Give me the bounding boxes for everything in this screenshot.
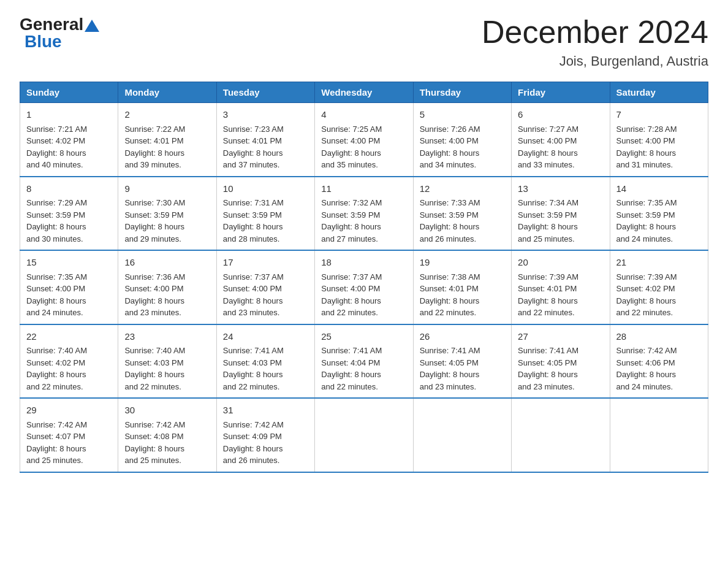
day-cell: 14 Sunrise: 7:35 AMSunset: 3:59 PMDaylig… — [610, 177, 708, 251]
day-info: Sunrise: 7:40 AMSunset: 4:02 PMDaylight:… — [26, 346, 87, 391]
day-cell — [512, 398, 610, 472]
day-cell: 9 Sunrise: 7:30 AMSunset: 3:59 PMDayligh… — [118, 177, 216, 251]
day-cell: 18 Sunrise: 7:37 AMSunset: 4:00 PMDaylig… — [315, 250, 413, 324]
day-cell: 30 Sunrise: 7:42 AMSunset: 4:08 PMDaylig… — [118, 398, 216, 472]
day-cell: 19 Sunrise: 7:38 AMSunset: 4:01 PMDaylig… — [413, 250, 511, 324]
day-cell: 27 Sunrise: 7:41 AMSunset: 4:05 PMDaylig… — [512, 324, 610, 399]
day-number: 24 — [223, 330, 308, 344]
day-cell: 3 Sunrise: 7:23 AMSunset: 4:01 PMDayligh… — [216, 103, 314, 177]
day-cell: 31 Sunrise: 7:42 AMSunset: 4:09 PMDaylig… — [216, 398, 314, 472]
col-header-wednesday: Wednesday — [315, 82, 413, 103]
calendar-header: SundayMondayTuesdayWednesdayThursdayFrid… — [20, 82, 708, 103]
day-number: 27 — [518, 330, 603, 344]
day-info: Sunrise: 7:38 AMSunset: 4:01 PMDaylight:… — [420, 272, 480, 318]
day-cell: 8 Sunrise: 7:29 AMSunset: 3:59 PMDayligh… — [20, 177, 118, 251]
day-number: 20 — [518, 256, 603, 270]
day-number: 1 — [26, 108, 112, 122]
day-info: Sunrise: 7:39 AMSunset: 4:01 PMDaylight:… — [518, 272, 578, 318]
logo-triangle-icon — [85, 20, 99, 32]
day-number: 12 — [420, 182, 505, 196]
day-cell: 28 Sunrise: 7:42 AMSunset: 4:06 PMDaylig… — [610, 324, 708, 399]
day-cell: 17 Sunrise: 7:37 AMSunset: 4:00 PMDaylig… — [216, 250, 314, 324]
day-cell — [413, 398, 511, 472]
week-row-1: 1 Sunrise: 7:21 AMSunset: 4:02 PMDayligh… — [20, 103, 708, 177]
day-cell: 12 Sunrise: 7:33 AMSunset: 3:59 PMDaylig… — [413, 177, 511, 251]
day-info: Sunrise: 7:42 AMSunset: 4:09 PMDaylight:… — [223, 420, 284, 465]
col-header-tuesday: Tuesday — [216, 82, 314, 103]
day-number: 3 — [223, 108, 308, 122]
day-cell: 4 Sunrise: 7:25 AMSunset: 4:00 PMDayligh… — [315, 103, 413, 177]
day-cell: 23 Sunrise: 7:40 AMSunset: 4:03 PMDaylig… — [118, 324, 216, 399]
day-number: 9 — [124, 182, 210, 196]
day-info: Sunrise: 7:28 AMSunset: 4:00 PMDaylight:… — [616, 124, 677, 170]
day-info: Sunrise: 7:25 AMSunset: 4:00 PMDaylight:… — [321, 124, 382, 170]
location-title: Jois, Burgenland, Austria — [482, 53, 708, 69]
day-number: 7 — [616, 108, 702, 122]
day-info: Sunrise: 7:33 AMSunset: 3:59 PMDaylight:… — [420, 198, 480, 243]
day-cell: 26 Sunrise: 7:41 AMSunset: 4:05 PMDaylig… — [413, 324, 511, 399]
day-number: 2 — [124, 108, 210, 122]
calendar-table: SundayMondayTuesdayWednesdayThursdayFrid… — [20, 82, 708, 473]
day-info: Sunrise: 7:32 AMSunset: 3:59 PMDaylight:… — [321, 198, 382, 243]
day-number: 6 — [518, 108, 603, 122]
day-number: 17 — [223, 256, 308, 270]
day-info: Sunrise: 7:41 AMSunset: 4:03 PMDaylight:… — [223, 346, 284, 391]
day-number: 4 — [321, 108, 406, 122]
col-header-sunday: Sunday — [20, 82, 118, 103]
day-cell: 10 Sunrise: 7:31 AMSunset: 3:59 PMDaylig… — [216, 177, 314, 251]
day-cell: 1 Sunrise: 7:21 AMSunset: 4:02 PMDayligh… — [20, 103, 118, 177]
day-number: 23 — [124, 330, 210, 344]
day-cell: 16 Sunrise: 7:36 AMSunset: 4:00 PMDaylig… — [118, 250, 216, 324]
title-area: December 2024 Jois, Burgenland, Austria — [482, 15, 708, 69]
week-row-2: 8 Sunrise: 7:29 AMSunset: 3:59 PMDayligh… — [20, 177, 708, 251]
day-number: 11 — [321, 182, 406, 196]
week-row-5: 29 Sunrise: 7:42 AMSunset: 4:07 PMDaylig… — [20, 398, 708, 472]
week-row-3: 15 Sunrise: 7:35 AMSunset: 4:00 PMDaylig… — [20, 250, 708, 324]
logo-blue: Blue — [25, 32, 62, 52]
day-number: 28 — [616, 330, 702, 344]
day-info: Sunrise: 7:41 AMSunset: 4:04 PMDaylight:… — [321, 346, 382, 391]
day-info: Sunrise: 7:42 AMSunset: 4:07 PMDaylight:… — [26, 420, 87, 465]
day-cell: 13 Sunrise: 7:34 AMSunset: 3:59 PMDaylig… — [512, 177, 610, 251]
day-info: Sunrise: 7:21 AMSunset: 4:02 PMDaylight:… — [26, 124, 87, 170]
day-info: Sunrise: 7:37 AMSunset: 4:00 PMDaylight:… — [223, 272, 284, 318]
day-number: 22 — [26, 330, 112, 344]
day-info: Sunrise: 7:35 AMSunset: 4:00 PMDaylight:… — [26, 272, 87, 318]
day-cell: 11 Sunrise: 7:32 AMSunset: 3:59 PMDaylig… — [315, 177, 413, 251]
day-info: Sunrise: 7:41 AMSunset: 4:05 PMDaylight:… — [420, 346, 480, 391]
day-number: 31 — [223, 404, 308, 418]
day-number: 30 — [124, 404, 210, 418]
day-cell: 7 Sunrise: 7:28 AMSunset: 4:00 PMDayligh… — [610, 103, 708, 177]
day-number: 5 — [420, 108, 505, 122]
day-info: Sunrise: 7:34 AMSunset: 3:59 PMDaylight:… — [518, 198, 578, 243]
month-title: December 2024 — [482, 15, 708, 50]
day-cell: 22 Sunrise: 7:40 AMSunset: 4:02 PMDaylig… — [20, 324, 118, 399]
day-number: 14 — [616, 182, 702, 196]
day-info: Sunrise: 7:26 AMSunset: 4:00 PMDaylight:… — [420, 124, 480, 170]
day-number: 26 — [420, 330, 505, 344]
day-info: Sunrise: 7:37 AMSunset: 4:00 PMDaylight:… — [321, 272, 382, 318]
day-info: Sunrise: 7:39 AMSunset: 4:02 PMDaylight:… — [616, 272, 677, 318]
day-number: 16 — [124, 256, 210, 270]
day-number: 29 — [26, 404, 112, 418]
day-info: Sunrise: 7:23 AMSunset: 4:01 PMDaylight:… — [223, 124, 284, 170]
day-number: 18 — [321, 256, 406, 270]
day-cell: 24 Sunrise: 7:41 AMSunset: 4:03 PMDaylig… — [216, 324, 314, 399]
col-header-saturday: Saturday — [610, 82, 708, 103]
day-number: 19 — [420, 256, 505, 270]
day-info: Sunrise: 7:27 AMSunset: 4:00 PMDaylight:… — [518, 124, 578, 170]
day-info: Sunrise: 7:29 AMSunset: 3:59 PMDaylight:… — [26, 198, 87, 243]
logo-row2: Blue — [20, 32, 100, 52]
day-cell: 2 Sunrise: 7:22 AMSunset: 4:01 PMDayligh… — [118, 103, 216, 177]
day-info: Sunrise: 7:42 AMSunset: 4:08 PMDaylight:… — [124, 420, 185, 465]
day-info: Sunrise: 7:22 AMSunset: 4:01 PMDaylight:… — [124, 124, 185, 170]
week-row-4: 22 Sunrise: 7:40 AMSunset: 4:02 PMDaylig… — [20, 324, 708, 399]
day-number: 21 — [616, 256, 702, 270]
day-number: 10 — [223, 182, 308, 196]
day-cell: 15 Sunrise: 7:35 AMSunset: 4:00 PMDaylig… — [20, 250, 118, 324]
day-cell — [610, 398, 708, 472]
day-info: Sunrise: 7:40 AMSunset: 4:03 PMDaylight:… — [124, 346, 185, 391]
day-cell: 20 Sunrise: 7:39 AMSunset: 4:01 PMDaylig… — [512, 250, 610, 324]
logo: General Blue — [20, 15, 100, 52]
day-cell — [315, 398, 413, 472]
